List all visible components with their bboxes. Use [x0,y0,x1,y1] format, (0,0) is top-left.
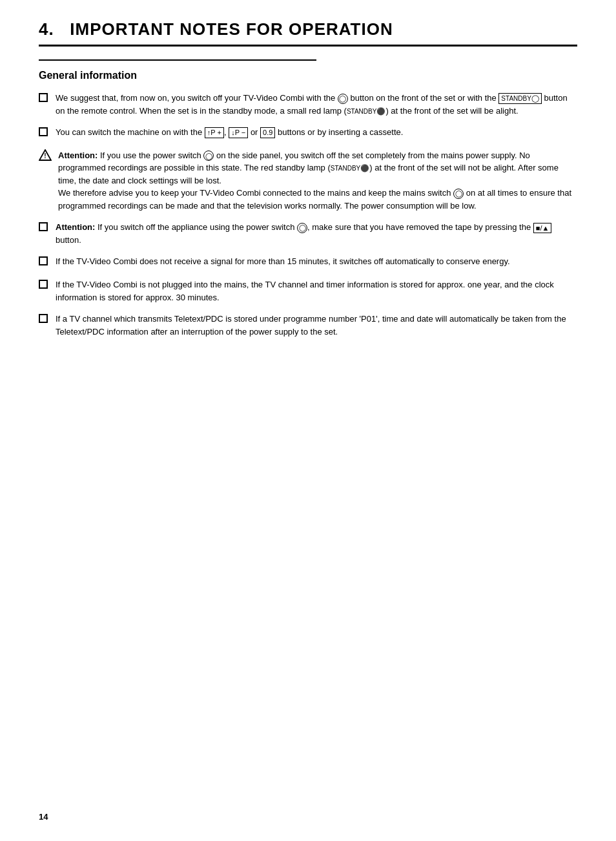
list-item: If the TV-Video Combi does not receive a… [39,255,577,269]
p-plus-button-icon: ↑P + [205,127,224,138]
power-icon3: ◯ [297,223,307,233]
num-button-icon: 0.9 [260,127,275,138]
list-item: If the TV-Video Combi is not plugged int… [39,278,577,304]
section-general-info: General information We suggest that, fro… [39,59,577,338]
section-title: General information [39,70,577,81]
item-text: Attention: If you switch off the applian… [56,221,577,246]
item-text: You can switch the machine on with the ↑… [56,126,577,139]
checkbox-icon [39,222,48,235]
item-text: If a TV channel which transmits Teletext… [56,313,577,338]
standby-button-icon: Standby◯ [498,93,542,103]
chapter-number: 4. [39,19,54,39]
list-item-warning: ! Attention: If you use the power switch… [39,149,577,213]
checkbox-icon [39,127,48,140]
section-divider [39,59,316,61]
item-list: We suggest that, from now on, you switch… [39,92,577,338]
item-text: If the TV-Video Combi is not plugged int… [56,278,577,304]
checkbox-icon [39,256,48,269]
power-button-icon: ◯ [338,94,348,104]
warning-triangle-icon: ! [39,149,50,161]
page-title: 4. IMPORTANT NOTES FOR OPERATION [39,19,577,39]
page-number: 14 [39,812,48,822]
item-text: We suggest that, from now on, you switch… [56,92,577,117]
page-container: 4. IMPORTANT NOTES FOR OPERATION General… [39,19,577,338]
power-icon: ◯ [203,151,214,161]
checkbox-icon [39,279,48,293]
chapter-title: IMPORTANT NOTES FOR OPERATION [70,19,393,39]
p-minus-button-icon: ↓P − [229,127,248,138]
list-item: If a TV channel which transmits Teletext… [39,313,577,338]
checkbox-icon [39,313,48,327]
item-text: If the TV-Video Combi does not receive a… [56,255,577,268]
eject-button-icon: ■/▲ [533,223,552,233]
page-header: 4. IMPORTANT NOTES FOR OPERATION [39,19,577,47]
list-item: You can switch the machine on with the ↑… [39,126,577,140]
item-text: Attention: If you use the power switch ◯… [58,149,577,213]
power-icon2: ◯ [453,189,464,199]
svg-text:!: ! [44,152,46,160]
list-item: Attention: If you switch off the applian… [39,221,577,246]
list-item: We suggest that, from now on, you switch… [39,92,577,117]
checkbox-icon [39,92,48,106]
